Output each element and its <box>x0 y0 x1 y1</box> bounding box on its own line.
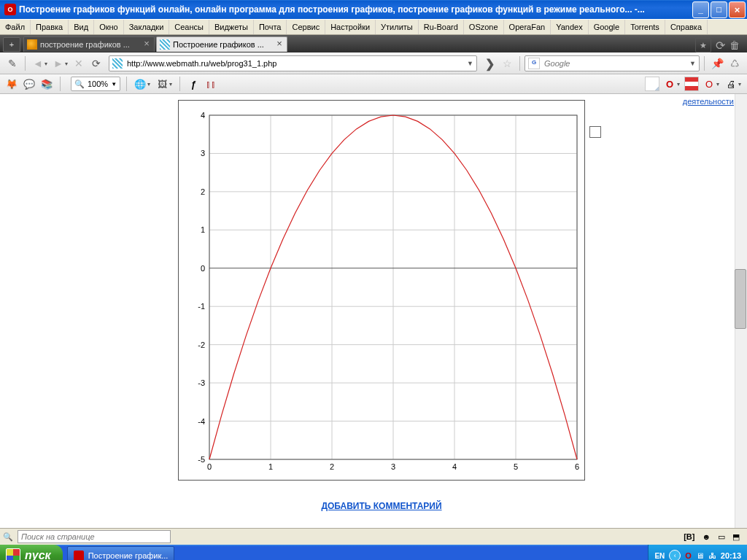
wand-icon[interactable]: ✎ <box>4 55 20 71</box>
svg-text:0: 0 <box>201 264 205 273</box>
globe-icon[interactable]: 🌐 <box>133 77 147 91</box>
menu-edit[interactable]: Правка <box>31 20 69 34</box>
flag-icon[interactable] <box>684 77 699 91</box>
reload-all-icon[interactable]: ⟳ <box>716 39 725 52</box>
menu-bookmarks[interactable]: Закладки <box>124 20 170 34</box>
close-button[interactable]: × <box>729 1 746 18</box>
menu-widgets[interactable]: Виджеты <box>209 20 254 34</box>
page-content: деятельности 0123456-5-4-3-2-101234 ДОБА… <box>0 94 747 528</box>
tab-label: построение графиков ... <box>40 40 139 49</box>
scrollbar-thumb[interactable] <box>735 269 746 329</box>
menu-view[interactable]: Вид <box>69 20 94 34</box>
maximize-button[interactable]: □ <box>711 1 727 18</box>
lock-icon[interactable]: ♺ <box>727 55 743 71</box>
stop-button[interactable]: ✕ <box>71 55 87 71</box>
zoom-dropdown-icon[interactable]: ▼ <box>111 81 117 88</box>
zoom-icon: 🔍 <box>74 79 85 89</box>
taskbar-app-button[interactable]: Построение график... <box>67 546 175 560</box>
pin-icon[interactable]: 📌 <box>709 55 725 71</box>
opera-small-icon[interactable]: О <box>662 77 677 91</box>
reload-button[interactable]: ⟳ <box>88 55 104 71</box>
tray-display-icon[interactable]: 🖥 <box>696 551 704 560</box>
menu-file[interactable]: Файл <box>0 20 31 34</box>
menu-yandex[interactable]: Yandex <box>551 20 589 34</box>
tray-opera-icon[interactable]: О <box>685 551 692 560</box>
window-titlebar: О Построение графиков функций онлайн, он… <box>0 0 747 19</box>
menu-settings[interactable]: Настройки <box>325 20 376 34</box>
forward-button[interactable]: ► <box>50 55 66 71</box>
activity-link[interactable]: деятельности <box>683 97 734 106</box>
menu-ruboard[interactable]: Ru-Board <box>419 20 464 34</box>
new-tab-button[interactable]: + <box>3 37 20 52</box>
menu-help[interactable]: Справка <box>665 20 708 34</box>
back-button[interactable]: ◄ <box>30 55 46 71</box>
svg-text:-1: -1 <box>198 302 205 311</box>
clock[interactable]: 20:13 <box>721 551 741 560</box>
expand-icon[interactable]: ▭ <box>718 532 725 542</box>
tab-label: Построение графиков ... <box>173 40 272 49</box>
tray-expand-icon[interactable]: ‹ <box>669 550 681 560</box>
svg-text:2: 2 <box>201 187 205 196</box>
find-input[interactable] <box>18 530 171 543</box>
google-icon: G <box>528 58 540 69</box>
firefox-icon[interactable]: 🦊 <box>4 77 19 91</box>
vertical-scrollbar[interactable] <box>735 94 747 528</box>
secondary-toolbar: 🦊 💬 📚 🔍 100% ▼ 🌐▾ 🖼▾ ƒ ⫿⫿ О▾ О▾ 🖨▾ <box>0 74 747 94</box>
menu-bar: Файл Правка Вид Окно Закладки Сеансы Вид… <box>0 19 747 35</box>
task-label: Построение график... <box>88 551 169 560</box>
menu-mail[interactable]: Почта <box>254 20 287 34</box>
search-input[interactable] <box>543 58 686 69</box>
legend-checkbox[interactable] <box>589 126 601 138</box>
menu-torrents[interactable]: Torrents <box>625 20 665 34</box>
print-icon[interactable]: 🖨 <box>724 77 738 91</box>
add-comment-link[interactable]: ДОБАВИТЬ КОММЕНТАРИЙ <box>174 501 589 511</box>
chat-icon[interactable]: 💬 <box>22 77 36 91</box>
windows-taskbar: пуск Построение график... EN ‹ О 🖥 🖧 20:… <box>0 545 747 560</box>
menu-operafan[interactable]: OperaFan <box>504 20 551 34</box>
search-box[interactable]: G ▼ <box>525 55 700 71</box>
trash-icon[interactable]: 🗑 <box>729 39 740 51</box>
svg-text:6: 6 <box>575 462 579 471</box>
opera-dropdown[interactable]: ▾ <box>677 81 680 88</box>
note-icon[interactable] <box>645 77 659 91</box>
shield-icon[interactable]: ⬒ <box>732 532 740 542</box>
bookmark-star-icon[interactable]: ★ <box>695 38 711 52</box>
menu-oszone[interactable]: OSzone <box>464 20 504 34</box>
svg-text:-3: -3 <box>198 378 205 387</box>
url-dropdown-icon[interactable]: ▼ <box>467 60 473 67</box>
search-dropdown-icon[interactable]: ▼ <box>689 60 696 67</box>
tab-active[interactable]: Построение графиков ... × <box>156 36 287 52</box>
image-dropdown[interactable]: ▾ <box>169 81 172 88</box>
tray-network-icon[interactable]: 🖧 <box>708 551 716 560</box>
toggle-icon[interactable]: ⫿⫿ <box>204 77 218 91</box>
close-tab-icon[interactable]: × <box>275 40 284 49</box>
menu-service[interactable]: Сервис <box>287 20 325 34</box>
menu-window[interactable]: Окно <box>94 20 124 34</box>
minimize-button[interactable]: _ <box>692 1 709 18</box>
menu-google[interactable]: Google <box>589 20 625 34</box>
language-indicator[interactable]: EN <box>654 552 665 560</box>
zoom-control[interactable]: 🔍 100% ▼ <box>71 77 120 91</box>
opera-red-icon[interactable]: О <box>702 77 716 91</box>
svg-text:-5: -5 <box>198 455 205 464</box>
menu-utilities[interactable]: Утилиты <box>376 20 419 34</box>
svg-text:-2: -2 <box>198 341 205 349</box>
url-input[interactable] <box>125 58 464 69</box>
tab-inactive[interactable]: построение графиков ... × <box>23 36 155 52</box>
chart-container: 0123456-5-4-3-2-101234 ДОБАВИТЬ КОММЕНТА… <box>174 94 589 511</box>
address-bar[interactable]: ▼ <box>109 55 477 71</box>
close-tab-icon[interactable]: × <box>142 40 151 49</box>
image-icon[interactable]: 🖼 <box>155 77 169 91</box>
go-button[interactable]: ❯ <box>481 55 498 71</box>
search-icon: 🔍 <box>3 532 13 542</box>
stack-icon[interactable]: 📚 <box>39 77 54 91</box>
globe-dropdown[interactable]: ▾ <box>147 81 150 88</box>
print-dropdown[interactable]: ▾ <box>738 81 741 88</box>
menu-sessions[interactable]: Сеансы <box>169 20 209 34</box>
favorite-icon[interactable]: ☆ <box>499 55 515 71</box>
brush-icon[interactable]: ƒ <box>186 77 201 91</box>
start-label: пуск <box>25 549 51 560</box>
smiley-icon[interactable]: ☻ <box>702 532 711 541</box>
opera-red-dropdown[interactable]: ▾ <box>716 81 719 88</box>
start-button[interactable]: пуск <box>0 545 63 560</box>
